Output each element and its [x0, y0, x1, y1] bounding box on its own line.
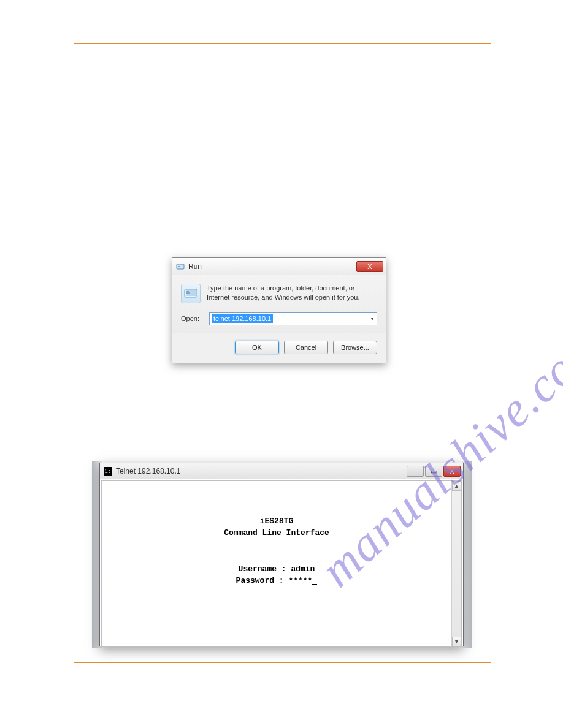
- svg-rect-0: [177, 264, 184, 269]
- telnet-body: iES28TG Command Line Interface Username …: [101, 480, 462, 647]
- page-content: [74, 43, 491, 56]
- run-title-text: Run: [188, 262, 202, 271]
- telnet-scrollbar[interactable]: ▲ ▼: [451, 481, 461, 646]
- run-button-row: OK Cancel Browse...: [172, 333, 386, 363]
- telnet-username-line: Username : admin: [102, 564, 451, 574]
- telnet-subtitle-line: Command Line Interface: [102, 528, 451, 537]
- cmd-icon: C:: [104, 467, 112, 476]
- run-body: Type the name of a program, folder, docu…: [172, 275, 386, 333]
- top-divider: [74, 43, 491, 44]
- browse-button[interactable]: Browse...: [333, 341, 377, 354]
- run-open-combobox[interactable]: telnet 192.168.10.1 ▾: [209, 312, 377, 325]
- telnet-window: C: Telnet 192.168.10.1 — ▭ X iES28TG Com…: [99, 463, 464, 646]
- scroll-down-button[interactable]: ▼: [452, 637, 461, 646]
- minimize-button[interactable]: —: [407, 466, 424, 477]
- telnet-close-button[interactable]: X: [443, 466, 461, 477]
- scroll-up-button[interactable]: ▲: [452, 481, 461, 491]
- run-program-icon: [181, 284, 201, 303]
- telnet-output: iES28TG Command Line Interface Username …: [102, 481, 451, 646]
- run-titlebar[interactable]: Run X: [172, 258, 386, 275]
- run-description: Type the name of a program, folder, docu…: [207, 284, 377, 302]
- cancel-button[interactable]: Cancel: [284, 341, 328, 354]
- telnet-titlebar[interactable]: C: Telnet 192.168.10.1 — ▭ X: [100, 463, 463, 479]
- run-dialog: Run X Type the name of a program, folder…: [172, 257, 386, 363]
- run-icon: [176, 262, 185, 271]
- telnet-product-line: iES28TG: [102, 517, 451, 526]
- telnet-username-label: Username :: [239, 564, 286, 574]
- telnet-password-label: Password :: [236, 576, 284, 585]
- telnet-title-text: Telnet 192.168.10.1: [116, 467, 180, 476]
- telnet-password-value: *****: [288, 576, 312, 585]
- run-close-button[interactable]: X: [356, 261, 383, 272]
- telnet-cursor: [312, 584, 317, 585]
- telnet-password-line: Password : *****: [102, 576, 451, 585]
- telnet-username-value: admin: [291, 564, 315, 574]
- maximize-button[interactable]: ▭: [425, 466, 442, 477]
- run-combobox-dropdown-icon[interactable]: ▾: [367, 313, 377, 325]
- run-open-value: telnet 192.168.10.1: [212, 314, 273, 323]
- ok-button[interactable]: OK: [235, 341, 279, 354]
- bottom-divider: [74, 662, 491, 663]
- bg-shadow-right: [462, 461, 472, 648]
- svg-rect-2: [186, 290, 196, 296]
- run-open-label: Open:: [181, 315, 203, 322]
